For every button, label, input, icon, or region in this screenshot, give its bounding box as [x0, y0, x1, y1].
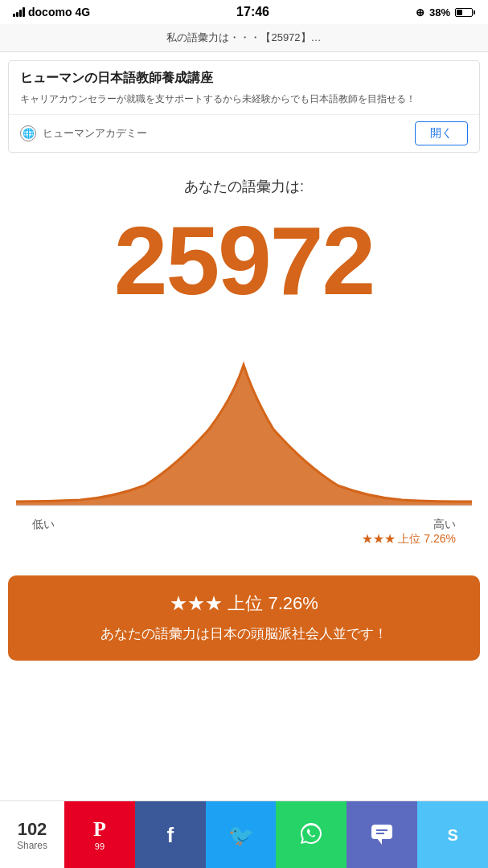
- ad-title: ヒューマンの日本語教師養成講座: [20, 69, 468, 87]
- result-description: あなたの語彙力は日本の頭脳派社会人並です！: [24, 624, 464, 645]
- whatsapp-share-button[interactable]: [276, 801, 347, 868]
- battery-icon: [455, 8, 475, 17]
- status-left: docomo 4G: [13, 6, 90, 18]
- network-label: 4G: [75, 6, 90, 18]
- ad-brand-name: ヒューマンアカデミー: [43, 126, 147, 141]
- carrier-label: docomo: [28, 6, 72, 18]
- svg-marker-2: [377, 838, 382, 845]
- result-box: ★★★ 上位 7.26% あなたの語彙力は日本の頭脳派社会人並です！: [8, 575, 480, 661]
- share-bar: 102 Shares P 99 f 🐦 S: [0, 800, 488, 868]
- chart-label-high: 高い: [433, 518, 456, 532]
- shares-count: 102 Shares: [0, 801, 64, 868]
- chart-label-low: 低い: [32, 518, 55, 532]
- svg-rect-1: [372, 825, 392, 838]
- status-bar: docomo 4G 17:46 ⊕ 38%: [0, 0, 488, 24]
- pinterest-count: 99: [95, 841, 105, 851]
- chart-annotation: ★★★ 上位 7.26%: [16, 532, 472, 547]
- signal-icon: [13, 7, 25, 17]
- ad-open-button[interactable]: 開く: [415, 121, 468, 145]
- shares-label: Shares: [17, 840, 47, 851]
- more-share-button[interactable]: S: [417, 801, 488, 868]
- time-label: 17:46: [236, 5, 269, 19]
- sms-share-button[interactable]: [347, 801, 417, 868]
- sms-icon: [371, 822, 393, 848]
- whatsapp-icon: [299, 821, 323, 849]
- location-icon: ⊕: [416, 6, 424, 18]
- page-title: 私の語彙力は・・・【25972】…: [166, 31, 321, 43]
- ad-description: キャリアカウンセラーが就職を支サポートするから未経験からでも日本語教師を目指せる…: [20, 92, 468, 106]
- main-content: あなたの語彙力は: 25972 低い 高い ★★★ 上位 7.26%: [0, 161, 488, 567]
- pinterest-icon: P: [93, 819, 106, 840]
- twitter-share-button[interactable]: 🐦: [206, 801, 277, 868]
- ad-footer: 🌐 ヒューマンアカデミー 開く: [9, 114, 479, 152]
- facebook-share-button[interactable]: f: [135, 801, 206, 868]
- ad-content: ヒューマンの日本語教師養成講座 キャリアカウンセラーが就職を支サポートするから未…: [9, 61, 479, 114]
- twitter-icon: 🐦: [228, 825, 254, 845]
- ad-banner: ヒューマンの日本語教師養成講座 キャリアカウンセラーが就職を支サポートするから未…: [8, 60, 480, 153]
- shares-number: 102: [18, 819, 47, 840]
- ad-brand: 🌐 ヒューマンアカデミー: [20, 125, 147, 141]
- pinterest-share-button[interactable]: P 99: [64, 801, 135, 868]
- more-icon: S: [447, 827, 457, 843]
- vocab-number: 25972: [16, 212, 472, 309]
- battery-percent: 38%: [429, 6, 450, 18]
- chart-labels: 低い 高い: [16, 518, 472, 532]
- nav-bar: 私の語彙力は・・・【25972】…: [0, 24, 488, 52]
- globe-icon: 🌐: [20, 125, 36, 141]
- result-stars-line: ★★★ 上位 7.26%: [24, 592, 464, 616]
- vocab-label: あなたの語彙力は:: [16, 177, 472, 196]
- facebook-icon: f: [166, 825, 174, 845]
- status-right: ⊕ 38%: [416, 6, 475, 18]
- bell-curve-chart: [16, 333, 472, 510]
